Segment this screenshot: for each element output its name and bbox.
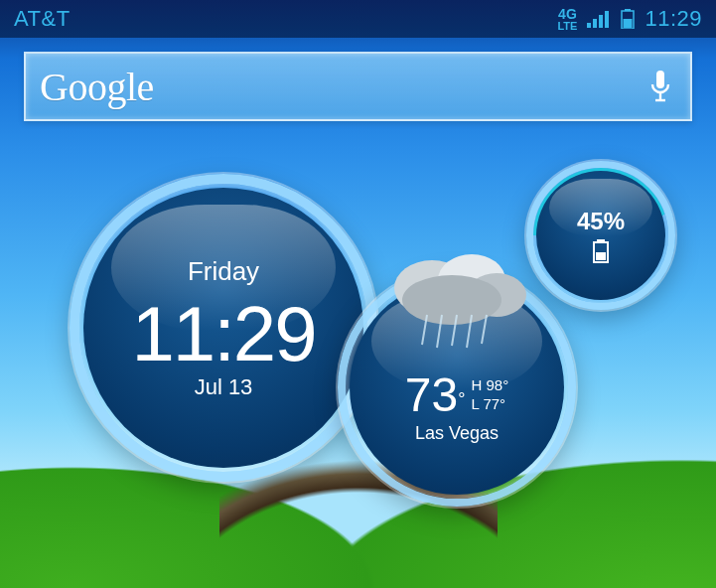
status-time: 11:29 xyxy=(644,6,702,32)
google-search-bar[interactable]: Google xyxy=(24,52,692,121)
svg-rect-7 xyxy=(656,71,664,88)
svg-rect-1 xyxy=(593,19,597,28)
svg-rect-2 xyxy=(599,15,603,28)
svg-rect-21 xyxy=(596,252,606,260)
weather-high-low: H 98° L 77° xyxy=(471,376,508,414)
weather-widget[interactable]: 73° H 98° L 77° Las Vegas xyxy=(338,268,576,507)
carrier-label: AT&T xyxy=(14,6,71,32)
battery-percent: 45% xyxy=(577,208,625,235)
rain-cloud-icon xyxy=(372,240,541,350)
clock-date: Jul 13 xyxy=(195,374,253,400)
status-indicators: 4G LTE 11:29 xyxy=(557,6,702,32)
clock-day: Friday xyxy=(188,256,259,287)
clock-time: 11:29 xyxy=(131,295,315,372)
battery-status-icon xyxy=(621,9,635,29)
google-logo: Google xyxy=(40,64,154,110)
svg-rect-0 xyxy=(587,23,591,28)
network-4g-lte-icon: 4G LTE xyxy=(557,7,577,32)
weather-location: Las Vegas xyxy=(415,423,499,444)
battery-widget[interactable]: 45% xyxy=(526,161,675,310)
microphone-icon[interactable] xyxy=(648,69,672,104)
svg-rect-6 xyxy=(624,19,633,28)
status-bar[interactable]: AT&T 4G LTE 11:29 xyxy=(0,0,716,38)
svg-rect-3 xyxy=(605,11,609,28)
signal-bars-icon xyxy=(587,10,611,28)
clock-widget[interactable]: Friday 11:29 Jul 13 xyxy=(70,174,377,482)
widget-cluster: Friday 11:29 Jul 13 73° H 98° L 77° Las … xyxy=(0,149,716,588)
weather-temp: 73° xyxy=(405,371,466,419)
battery-icon xyxy=(592,239,610,263)
